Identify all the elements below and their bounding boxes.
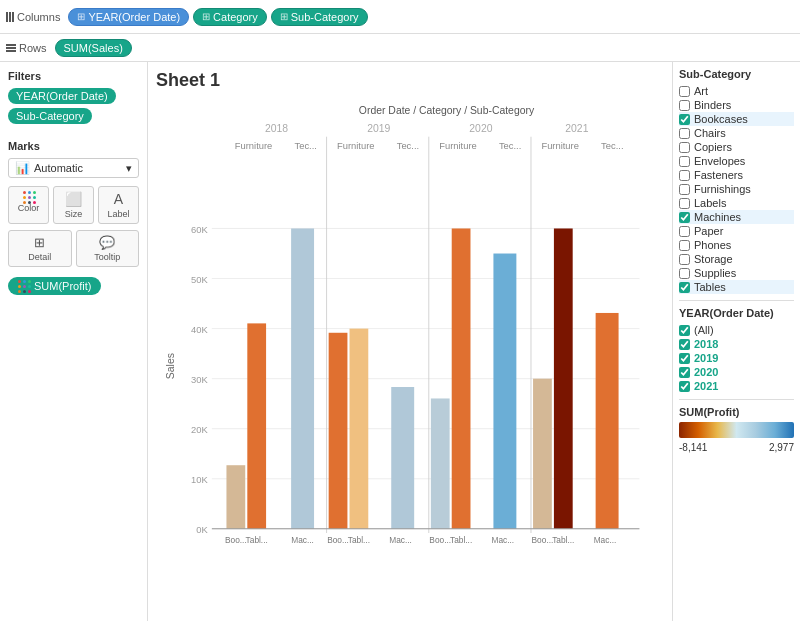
sub-cat-checkbox-machines[interactable] [679, 212, 690, 223]
sub-category-pill-label: Sub-Category [291, 11, 359, 23]
sub-cat-checkbox-storage[interactable] [679, 254, 690, 265]
svg-text:Furniture: Furniture [541, 141, 579, 151]
svg-text:Boo...: Boo... [327, 535, 349, 545]
year-checkbox-(All)[interactable] [679, 325, 690, 336]
sub-cat-checkbox-phones[interactable] [679, 240, 690, 251]
year-item-2018[interactable]: 2018 [679, 337, 794, 351]
sub-cat-item-envelopes[interactable]: Envelopes [679, 154, 794, 168]
sub-cat-item-copiers[interactable]: Copiers [679, 140, 794, 154]
rows-bar: Rows SUM(Sales) [0, 34, 800, 62]
sub-cat-checkbox-chairs[interactable] [679, 128, 690, 139]
sub-cat-item-bookcases[interactable]: Bookcases [679, 112, 794, 126]
year-label-2019: 2019 [694, 352, 718, 364]
bar-2019-furniture-bookcases[interactable] [329, 333, 348, 529]
sub-cat-item-machines[interactable]: Machines [679, 210, 794, 224]
filter-subcategory-pill[interactable]: Sub-Category [8, 108, 92, 124]
label-icon: A [114, 191, 123, 207]
year-checkbox-2020[interactable] [679, 367, 690, 378]
bar-2021-furniture-bookcases[interactable] [533, 379, 552, 529]
bar-2020-furniture-bookcases[interactable] [431, 398, 450, 528]
color-icon [23, 191, 35, 203]
sub-cat-item-storage[interactable]: Storage [679, 252, 794, 266]
pill-icon-category: ⊞ [202, 11, 210, 22]
sum-sales-pill[interactable]: SUM(Sales) [55, 39, 132, 57]
svg-text:2019: 2019 [367, 123, 390, 134]
sub-cat-checkbox-tables[interactable] [679, 282, 690, 293]
label-button[interactable]: A Label [98, 186, 139, 224]
year-pill-label: YEAR(Order Date) [88, 11, 180, 23]
sub-cat-label-furnishings: Furnishings [694, 183, 751, 195]
sub-category-pill[interactable]: ⊞ Sub-Category [271, 8, 368, 26]
sub-cat-item-tables[interactable]: Tables [679, 280, 794, 294]
year-item-2020[interactable]: 2020 [679, 365, 794, 379]
detail-icon: ⊞ [34, 235, 45, 250]
year-checkbox-2018[interactable] [679, 339, 690, 350]
bar-2019-tech-machines[interactable] [391, 387, 414, 529]
main-container: Columns ⊞ YEAR(Order Date) ⊞ Category ⊞ … [0, 0, 800, 621]
sub-cat-checkbox-paper[interactable] [679, 226, 690, 237]
left-sidebar: Filters YEAR(Order Date) Sub-Category Ma… [0, 62, 148, 621]
svg-text:Mac...: Mac... [291, 535, 314, 545]
chart-area: Sheet 1 Sales Order Date / Category / Su… [148, 62, 672, 621]
marks-dropdown[interactable]: 📊 Automatic ▾ [8, 158, 139, 178]
filter-year-pill[interactable]: YEAR(Order Date) [8, 88, 116, 104]
sub-cat-label-art: Art [694, 85, 708, 97]
sub-cat-item-art[interactable]: Art [679, 84, 794, 98]
sub-cat-checkbox-furnishings[interactable] [679, 184, 690, 195]
sub-cat-label-copiers: Copiers [694, 141, 732, 153]
sub-cat-item-chairs[interactable]: Chairs [679, 126, 794, 140]
bar-2021-furniture-tables[interactable] [554, 228, 573, 528]
sub-cat-checkbox-binders[interactable] [679, 100, 690, 111]
category-pill[interactable]: ⊞ Category [193, 8, 267, 26]
bar-2019-furniture-tables[interactable] [350, 329, 369, 529]
color-button[interactable]: Color [8, 186, 49, 224]
dropdown-arrow-icon: ▾ [126, 162, 132, 175]
sub-cat-item-fasteners[interactable]: Fasteners [679, 168, 794, 182]
svg-text:Tabl...: Tabl... [246, 535, 268, 545]
svg-text:Tec...: Tec... [499, 141, 521, 151]
sub-cat-checkbox-supplies[interactable] [679, 268, 690, 279]
sum-sales-pill-label: SUM(Sales) [64, 42, 123, 54]
legend-gradient-section: SUM(Profit) -8,141 2,977 [679, 406, 794, 453]
content-area: Filters YEAR(Order Date) Sub-Category Ma… [0, 62, 800, 621]
svg-text:2021: 2021 [565, 123, 588, 134]
sub-cat-label-machines: Machines [694, 211, 741, 223]
bar-2020-furniture-tables[interactable] [452, 228, 471, 528]
tooltip-button[interactable]: 💬 Tooltip [76, 230, 140, 267]
year-label-2021: 2021 [694, 380, 718, 392]
sub-cat-checkbox-art[interactable] [679, 86, 690, 97]
sub-cat-item-paper[interactable]: Paper [679, 224, 794, 238]
bar-2018-furniture-bookcases[interactable] [226, 465, 245, 529]
year-item-2021[interactable]: 2021 [679, 379, 794, 393]
sub-cat-label-chairs: Chairs [694, 127, 726, 139]
sub-cat-item-phones[interactable]: Phones [679, 238, 794, 252]
sub-cat-item-supplies[interactable]: Supplies [679, 266, 794, 280]
sub-cat-checkbox-envelopes[interactable] [679, 156, 690, 167]
chart-svg: Sales Order Date / Category / Sub-Catego… [156, 95, 664, 606]
year-checkbox-2019[interactable] [679, 353, 690, 364]
sum-profit-icon [18, 280, 30, 292]
svg-text:Furniture: Furniture [235, 141, 273, 151]
year-checkbox-2021[interactable] [679, 381, 690, 392]
bar-2020-tech-machines[interactable] [493, 254, 516, 529]
sum-profit-pill[interactable]: SUM(Profit) [8, 277, 101, 295]
svg-text:Boo...: Boo... [429, 535, 451, 545]
sub-cat-item-labels[interactable]: Labels [679, 196, 794, 210]
year-label-2018: 2018 [694, 338, 718, 350]
year-order-date-pill[interactable]: ⊞ YEAR(Order Date) [68, 8, 189, 26]
sub-cat-checkbox-labels[interactable] [679, 198, 690, 209]
bar-2021-tech-machines[interactable] [596, 313, 619, 529]
svg-text:30K: 30K [191, 375, 208, 385]
bar-2018-furniture-tables[interactable] [247, 323, 266, 528]
sub-cat-item-furnishings[interactable]: Furnishings [679, 182, 794, 196]
sub-cat-checkbox-fasteners[interactable] [679, 170, 690, 181]
pill-icon-year: ⊞ [77, 11, 85, 22]
year-item-2019[interactable]: 2019 [679, 351, 794, 365]
year-item-(All)[interactable]: (All) [679, 323, 794, 337]
sub-cat-item-binders[interactable]: Binders [679, 98, 794, 112]
bar-2018-tech-machines[interactable] [291, 228, 314, 528]
detail-button[interactable]: ⊞ Detail [8, 230, 72, 267]
sub-cat-checkbox-bookcases[interactable] [679, 114, 690, 125]
size-button[interactable]: ⬜ Size [53, 186, 94, 224]
sub-cat-checkbox-copiers[interactable] [679, 142, 690, 153]
